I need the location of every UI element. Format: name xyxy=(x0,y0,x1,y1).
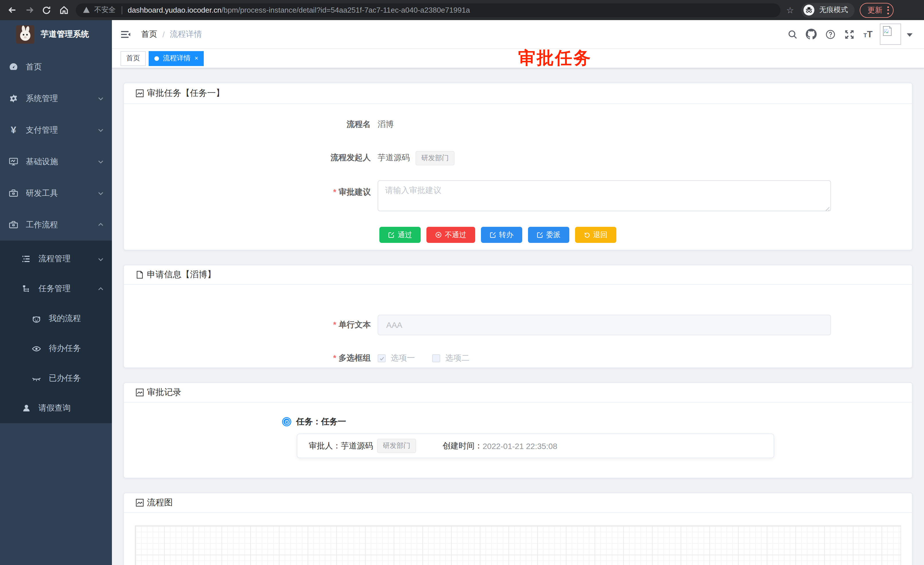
help-icon[interactable] xyxy=(821,26,840,43)
breadcrumb-current: 流程详情 xyxy=(170,29,202,39)
workflow-submenu: 流程管理 任务管理 我的流程 xyxy=(0,240,112,423)
app-title: 芋道管理系统 xyxy=(41,29,89,40)
initiator-value: 芋道源码 xyxy=(378,153,410,163)
sidebar-item-label: 工作流程 xyxy=(26,219,98,230)
url-separator xyxy=(122,6,122,14)
avatar[interactable] xyxy=(880,24,901,45)
sidebar-item-system[interactable]: 系统管理 xyxy=(0,83,112,114)
transfer-button[interactable]: 转办 xyxy=(481,227,522,243)
forward-icon xyxy=(21,2,38,18)
kebab-menu-icon[interactable] xyxy=(888,6,889,14)
breadcrumb-separator: / xyxy=(162,30,165,39)
timeline-clock-icon xyxy=(283,418,290,425)
card-title: 审批记录 xyxy=(147,387,182,398)
approver-value: 芋道源码 xyxy=(341,441,373,451)
app-logo[interactable]: 芋道管理系统 xyxy=(0,20,112,49)
sidebar-item-label: 支付管理 xyxy=(26,125,98,135)
eye-icon xyxy=(32,344,41,353)
org-tree-icon xyxy=(21,284,31,294)
close-tab-icon[interactable] xyxy=(195,55,198,62)
github-icon[interactable] xyxy=(802,26,821,43)
sidebar-item-label: 我的流程 xyxy=(49,314,104,324)
chevron-down-icon xyxy=(98,256,104,262)
tags-view: 首页 流程详情 xyxy=(112,49,924,68)
sidebar-item-home[interactable]: 首页 xyxy=(0,51,112,83)
text-field-input xyxy=(378,315,831,335)
tab-process-detail[interactable]: 流程详情 xyxy=(148,51,204,66)
yen-icon: ¥ xyxy=(9,125,18,135)
picture-icon xyxy=(135,89,144,98)
home-icon[interactable] xyxy=(55,2,72,18)
broken-image-icon xyxy=(882,25,893,37)
not-secure-warning-icon[interactable] xyxy=(82,6,90,14)
dept-tag: 研发部门 xyxy=(416,151,454,165)
card-title: 审批任务【任务一】 xyxy=(147,88,224,99)
active-tab-dot xyxy=(154,56,159,60)
browser-window: 不安全 dashboard.yudao.iocoder.cn/bpm/proce… xyxy=(0,0,924,565)
logo-avatar xyxy=(16,25,34,44)
suggestion-textarea[interactable] xyxy=(378,180,831,211)
sidebar-item-task-management[interactable]: 任务管理 xyxy=(0,274,112,304)
bpmn-diagram-canvas[interactable] xyxy=(135,525,901,565)
chevron-down-icon xyxy=(98,158,104,165)
checkbox-group-label: 多选框组 xyxy=(124,353,378,364)
chevron-down-icon xyxy=(98,127,104,133)
sidebar-item-infrastructure[interactable]: 基础设施 xyxy=(0,146,112,177)
checkbox-option-1: 选项一 xyxy=(378,353,415,364)
sidebar-item-process-management[interactable]: 流程管理 xyxy=(0,244,112,274)
chevron-up-icon xyxy=(98,222,104,228)
annotation-text: 审批任务 xyxy=(518,47,592,70)
browser-update-menu[interactable]: 更新 xyxy=(860,3,894,18)
delegate-button[interactable]: 委派 xyxy=(528,227,569,243)
approve-button[interactable]: 通过 xyxy=(380,227,421,243)
suggestion-label: 审批建议 xyxy=(124,180,378,203)
sidebar-item-workflow[interactable]: 工作流程 xyxy=(0,209,112,240)
initiator-label: 流程发起人 xyxy=(124,153,378,163)
page-url[interactable]: dashboard.yudao.iocoder.cn/bpm/process-i… xyxy=(128,6,470,14)
sidebar-item-devtools[interactable]: 研发工具 xyxy=(0,177,112,209)
incognito-badge: 无痕模式 xyxy=(801,3,855,18)
incognito-label: 无痕模式 xyxy=(819,5,848,15)
sidebar-item-label: 首页 xyxy=(26,62,104,72)
picture-icon xyxy=(135,388,144,397)
list-tree-icon xyxy=(21,254,31,264)
return-button[interactable]: 退回 xyxy=(575,227,616,243)
sidebar-item-label: 研发工具 xyxy=(26,188,98,198)
picture-icon xyxy=(135,498,144,507)
avatar-dropdown-caret[interactable] xyxy=(907,33,912,40)
process-name-value: 滔博 xyxy=(378,119,394,130)
tab-home[interactable]: 首页 xyxy=(120,51,146,66)
reload-icon[interactable] xyxy=(38,2,55,18)
created-time-value: 2022-01-21 22:35:08 xyxy=(483,441,557,451)
chevron-down-icon xyxy=(98,190,104,196)
sidebar-item-todo-tasks[interactable]: 待办任务 xyxy=(0,334,112,364)
sidebar-collapse-icon[interactable] xyxy=(120,29,131,40)
breadcrumb-home[interactable]: 首页 xyxy=(141,29,157,39)
fullscreen-icon[interactable] xyxy=(840,26,859,43)
sidebar-item-my-process[interactable]: 我的流程 xyxy=(0,304,112,334)
sidebar-item-label: 请假查询 xyxy=(39,403,104,413)
bookmark-star-icon[interactable]: ☆ xyxy=(786,5,794,15)
back-icon[interactable] xyxy=(3,2,21,18)
update-label: 更新 xyxy=(867,5,882,15)
font-size-icon[interactable]: TT xyxy=(859,26,878,43)
user-icon xyxy=(21,403,31,413)
address-bar[interactable]: 不安全 dashboard.yudao.iocoder.cn/bpm/proce… xyxy=(76,3,780,17)
circle-close-icon xyxy=(435,231,442,238)
reject-button[interactable]: 不通过 xyxy=(426,227,475,243)
monitor-icon xyxy=(9,157,18,167)
chevron-up-icon xyxy=(98,286,104,292)
browser-toolbar: 不安全 dashboard.yudao.iocoder.cn/bpm/proce… xyxy=(0,0,924,20)
approval-task-card: 审批任务【任务一】 流程名 滔博 流程发起人 芋道源码 研发部门 xyxy=(123,83,912,250)
approval-record-item: 审批人： 芋道源码 研发部门 创建时间： 2022-01-21 22:35:08 xyxy=(297,434,774,458)
briefcase-icon xyxy=(9,220,18,230)
search-icon[interactable] xyxy=(783,26,802,43)
gear-icon xyxy=(9,93,18,103)
sidebar-item-payment[interactable]: ¥ 支付管理 xyxy=(0,114,112,146)
main-content: 审批任务【任务一】 流程名 滔博 流程发起人 芋道源码 研发部门 xyxy=(112,68,924,565)
sidebar-item-done-tasks[interactable]: 已办任务 xyxy=(0,364,112,393)
edit-icon xyxy=(388,231,395,238)
checkbox-option-2: 选项二 xyxy=(432,353,470,364)
sidebar-item-leave-query[interactable]: 请假查询 xyxy=(0,393,112,423)
face-icon xyxy=(32,314,41,323)
